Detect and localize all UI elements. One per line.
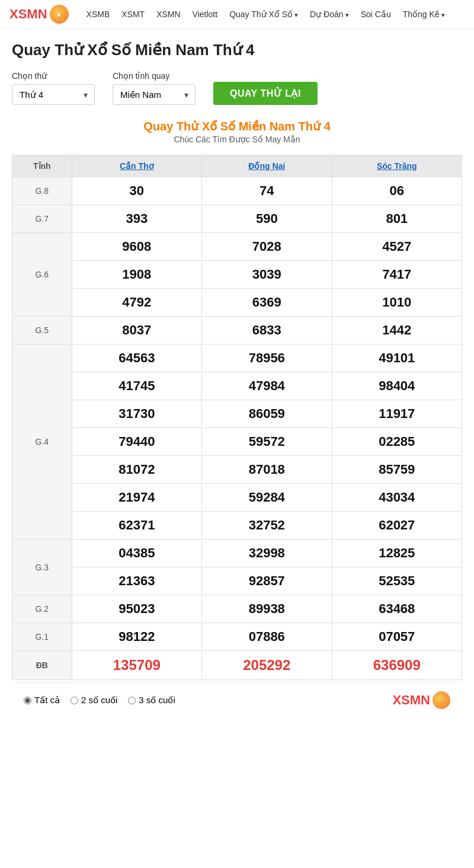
- table-row: 417454798498404: [12, 372, 462, 400]
- prize-value: 1908: [72, 261, 201, 289]
- footer-logo: XSMN: [392, 691, 450, 709]
- prize-value: 89938: [202, 595, 332, 623]
- logo: XSMN: [9, 5, 69, 24]
- nav-xsmn[interactable]: XSMN: [156, 9, 180, 19]
- prize-value: 06: [332, 177, 462, 205]
- prize-value: 1010: [332, 289, 462, 317]
- prize-value: 98404: [332, 372, 462, 400]
- table-row: 794405957202285: [12, 428, 462, 456]
- prize-value-db: 636909: [332, 651, 462, 680]
- prize-value-db: 135709: [72, 651, 201, 680]
- control-thu: Chọn thứ Thứ 2 Thứ 3 Thứ 4 Thứ 5 Thứ 6 T…: [12, 71, 95, 105]
- footer-bar: Tất cả 2 số cuối 3 số cuối XSMN: [12, 682, 462, 717]
- prize-value: 31730: [72, 400, 201, 428]
- subtitle-sub: Chúc Các Tìm Được Số May Mắn: [12, 135, 462, 144]
- prize-value: 07057: [332, 623, 462, 651]
- th-tinh: Tỉnh: [12, 155, 72, 177]
- prize-label: G.5: [12, 317, 72, 344]
- prize-value: 7417: [332, 261, 462, 289]
- nav-quay-thu[interactable]: Quay Thử Xổ Số: [229, 9, 298, 19]
- prize-value: 7028: [202, 233, 332, 261]
- prize-value: 1442: [332, 317, 462, 344]
- prize-value: 801: [332, 205, 462, 233]
- subtitle-title: Quay Thử Xổ Số Miền Nam Thứ 4: [12, 119, 462, 133]
- prize-value: 21974: [72, 484, 201, 512]
- nav-vietlott[interactable]: Vietlott: [193, 9, 218, 19]
- controls-section: Chọn thứ Thứ 2 Thứ 3 Thứ 4 Thứ 5 Thứ 6 T…: [12, 71, 462, 105]
- prize-value: 12825: [332, 540, 462, 567]
- prize-value: 11917: [332, 400, 462, 428]
- prize-value: 590: [202, 205, 332, 233]
- prize-value: 87018: [202, 456, 332, 484]
- nav-thong-ke[interactable]: Thống Kê: [403, 9, 445, 19]
- table-row: 213639285752535: [12, 567, 462, 595]
- prize-label: G.4: [12, 344, 72, 540]
- prize-label: G.8: [12, 177, 72, 205]
- table-row: 317308605911917: [12, 400, 462, 428]
- table-row: G.8307406: [12, 177, 462, 205]
- table-row-db: ĐB135709205292636909: [12, 651, 462, 680]
- th-soc-trang[interactable]: Sóc Trăng: [332, 155, 462, 177]
- prize-value: 04385: [72, 540, 201, 567]
- navbar: XSMN XSMB XSMT XSMN Vietlott Quay Thử Xổ…: [0, 0, 474, 29]
- nav-soi-cau[interactable]: Soi Cầu: [361, 9, 391, 19]
- logo-icon: [50, 5, 69, 24]
- prize-label: G.7: [12, 205, 72, 233]
- footer-logo-text: XSMN: [392, 693, 430, 708]
- select-tinh-wrap: Miền Nam Miền Bắc Miền Trung: [113, 84, 196, 105]
- table-row: G.7393590801: [12, 205, 462, 233]
- prize-value: 98122: [72, 623, 201, 651]
- prize-value: 6369: [202, 289, 332, 317]
- radio-2-so-cuoi[interactable]: 2 số cuối: [71, 695, 117, 706]
- prize-value: 41745: [72, 372, 201, 400]
- prize-label: G.6: [12, 233, 72, 317]
- table-row: G.6960870284527: [12, 233, 462, 261]
- prize-value: 43034: [332, 484, 462, 512]
- radio-group: Tất cả 2 số cuối 3 số cuối: [24, 695, 175, 706]
- prize-value: 95023: [72, 595, 201, 623]
- page-title: Quay Thử Xổ Số Miền Nam Thứ 4: [12, 41, 462, 59]
- prize-value: 32998: [202, 540, 332, 567]
- page-content: Quay Thử Xổ Số Miền Nam Thứ 4 Chọn thứ T…: [0, 29, 474, 729]
- radio-tat-ca[interactable]: Tất cả: [24, 695, 60, 706]
- prize-value: 21363: [72, 567, 201, 595]
- prize-value: 59284: [202, 484, 332, 512]
- prize-value: 6833: [202, 317, 332, 344]
- prize-label: G.1: [12, 623, 72, 651]
- prize-value: 81072: [72, 456, 201, 484]
- label-chon-thu: Chọn thứ: [12, 71, 95, 81]
- prize-label: G.2: [12, 595, 72, 623]
- prize-value: 62371: [72, 512, 201, 540]
- prize-value: 86059: [202, 400, 332, 428]
- nav-xsmt[interactable]: XSMT: [121, 9, 145, 19]
- select-thu[interactable]: Thứ 2 Thứ 3 Thứ 4 Thứ 5 Thứ 6 Thứ 7 Chủ …: [12, 84, 95, 105]
- prize-value: 3039: [202, 261, 332, 289]
- prize-value-db: 205292: [202, 651, 332, 680]
- prize-value: 02285: [332, 428, 462, 456]
- prize-value: 85759: [332, 456, 462, 484]
- select-tinh[interactable]: Miền Nam Miền Bắc Miền Trung: [113, 84, 196, 105]
- control-tinh: Chọn tỉnh quay Miền Nam Miền Bắc Miền Tr…: [113, 71, 196, 105]
- prize-value: 62027: [332, 512, 462, 540]
- prize-value: 4792: [72, 289, 201, 317]
- prize-value: 07886: [202, 623, 332, 651]
- nav-du-doan[interactable]: Dự Đoán: [310, 9, 349, 19]
- prize-label: G.3: [12, 540, 72, 595]
- prize-value: 49101: [332, 344, 462, 372]
- prize-value: 64563: [72, 344, 201, 372]
- radio-3-so-cuoi[interactable]: 3 số cuối: [128, 695, 175, 706]
- table-row: 810728701885759: [12, 456, 462, 484]
- prize-value: 4527: [332, 233, 462, 261]
- table-row: 190830397417: [12, 261, 462, 289]
- th-can-tho[interactable]: Cần Thơ: [72, 155, 201, 177]
- logo-text: XSMN: [9, 7, 47, 22]
- prize-value: 47984: [202, 372, 332, 400]
- prize-value: 8037: [72, 317, 201, 344]
- prize-value: 52535: [332, 567, 462, 595]
- nav-xsmb[interactable]: XSMB: [87, 9, 110, 19]
- prize-value: 393: [72, 205, 201, 233]
- table-row: 219745928443034: [12, 484, 462, 512]
- quay-thu-lai-button[interactable]: QUAY THỬ LẠI: [213, 82, 318, 105]
- th-dong-nai[interactable]: Đồng Nai: [202, 155, 332, 177]
- table-row: G.4645637895649101: [12, 344, 462, 372]
